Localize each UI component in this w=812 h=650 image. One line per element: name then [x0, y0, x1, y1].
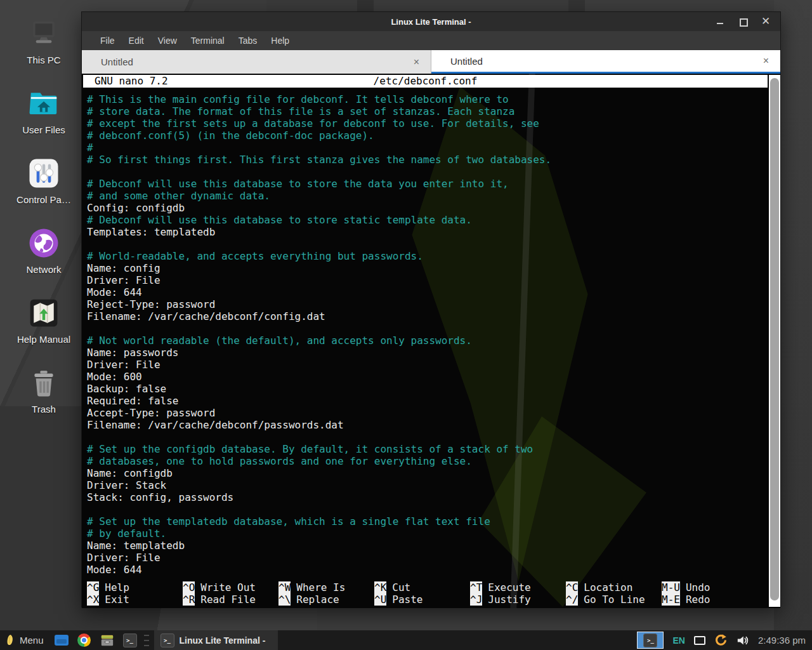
nano-line: Filename: /var/cache/debconf/config.dat — [87, 310, 764, 322]
desktop-icon-label: Trash — [32, 404, 56, 415]
nano-line: # by default. — [87, 527, 764, 540]
taskbar-separator[interactable] — [144, 635, 149, 646]
nano-shortcut: ^TExecute — [470, 581, 566, 594]
nano-shortcut: ^CLocation — [566, 581, 662, 594]
terminal-icon: >_ — [643, 633, 657, 647]
update-notifier-icon[interactable] — [714, 633, 728, 647]
nano-line — [87, 322, 764, 335]
tab-untitled-1[interactable]: Untitled × — [82, 50, 431, 74]
nano-line: Driver: File — [87, 359, 764, 371]
desktop-icon-this-pc[interactable]: This PC — [5, 15, 82, 85]
menu-terminal[interactable]: Terminal — [184, 33, 232, 48]
tab-untitled-2[interactable]: Untitled × — [431, 50, 780, 74]
nano-shortcut: ^\Replace — [278, 594, 374, 606]
nano-shortcut: M-ERedo — [662, 594, 757, 606]
language-indicator[interactable]: EN — [672, 635, 684, 646]
nano-line: Name: passwords — [87, 347, 764, 359]
nano-shortcut-bar: ^GHelp ^OWrite Out ^WWhere Is ^KCut ^TEx… — [87, 581, 764, 606]
nano-line: Mode: 644 — [87, 286, 764, 298]
menu-bar: File Edit View Terminal Tabs Help — [82, 31, 780, 50]
window-controls: ✕ — [716, 17, 780, 26]
taskbar: Menu >_ >_ Linux Lite Terminal - >_ EN — [0, 630, 812, 650]
display-icon[interactable] — [694, 636, 705, 645]
close-icon[interactable]: ✕ — [761, 17, 770, 26]
nano-shortcut: ^JJustify — [470, 594, 566, 606]
desktop-icon-label: Help Manual — [17, 334, 70, 345]
archive-icon — [100, 633, 114, 647]
nano-shortcut: ^WWhere Is — [278, 581, 374, 594]
nano-line: # Debconf will use this database to stor… — [87, 178, 764, 190]
nano-line: Name: config — [87, 262, 764, 274]
menu-edit[interactable]: Edit — [122, 33, 151, 48]
file-manager-icon — [55, 635, 69, 646]
nano-titlebar: GNU nano 7.2 /etc/debconf.conf — [83, 75, 768, 88]
archive-launcher[interactable] — [99, 632, 115, 649]
nano-line: Driver: Stack — [87, 479, 764, 491]
trash-icon — [26, 364, 62, 401]
help-manual-icon — [26, 295, 62, 331]
nano-line: Stack: config, passwords — [87, 491, 764, 503]
menu-tabs[interactable]: Tabs — [232, 33, 265, 48]
tab-close-icon[interactable]: × — [414, 56, 419, 68]
desktop-icon-label: User Files — [22, 124, 65, 135]
chrome-launcher[interactable] — [76, 632, 93, 649]
desktop-icon-trash[interactable]: Trash — [5, 364, 82, 434]
terminal-launcher[interactable]: >_ — [122, 632, 138, 649]
terminal-window: Linux Lite Terminal - ✕ File Edit View T… — [81, 11, 781, 607]
terminal-content[interactable]: GNU nano 7.2 /etc/debconf.conf # This is… — [82, 74, 780, 608]
nano-line — [87, 166, 764, 178]
scrollbar-track[interactable] — [769, 75, 780, 607]
maximize-icon[interactable] — [738, 17, 747, 26]
nano-shortcut: ^XExit — [87, 594, 183, 606]
menu-button[interactable]: Menu — [0, 630, 50, 650]
nano-line: # debconf.conf(5) (in the debconf-doc pa… — [87, 129, 764, 142]
menu-help[interactable]: Help — [264, 33, 296, 48]
menu-file[interactable]: File — [93, 33, 122, 48]
file-manager-launcher[interactable] — [53, 632, 70, 649]
nano-line — [87, 238, 764, 250]
scrollbar-thumb[interactable] — [770, 78, 779, 600]
clock[interactable]: 2:49:36 pm — [758, 635, 806, 646]
taskbar-window-label: Linux Lite Terminal - — [180, 635, 266, 646]
nano-line: # So first things first. This first stan… — [87, 154, 764, 166]
volume-icon[interactable] — [737, 635, 749, 646]
nano-line: # except the first sets up a database fo… — [87, 117, 764, 129]
nano-line: # Set up the templatedb database, which … — [87, 515, 764, 527]
nano-shortcut: ^OWrite Out — [183, 581, 278, 594]
nano-line: # Set up the configdb database. By defau… — [87, 443, 764, 455]
nano-shortcut: ^RRead File — [183, 594, 278, 606]
tray-terminal-icon[interactable]: >_ — [637, 632, 664, 649]
nano-shortcut: M-UUndo — [662, 581, 757, 594]
nano-line: Filename: /var/cache/debconf/passwords.d… — [87, 419, 764, 431]
chrome-icon — [77, 633, 91, 647]
nano-editor-lines: # This is the main config file for debco… — [87, 93, 764, 576]
tab-label: Untitled — [450, 56, 483, 67]
desktop-icon-user-files[interactable]: User Files — [5, 85, 82, 155]
nano-line: # Debconf will use this database to stor… — [87, 214, 764, 226]
nano-line: Required: false — [87, 395, 764, 407]
nano-line: # World-readable, and accepts everything… — [87, 250, 764, 262]
nano-line: # databases, one to hold passwords and o… — [87, 455, 764, 467]
system-tray: >_ EN 2:49:36 pm — [637, 632, 812, 649]
tab-label: Untitled — [101, 56, 133, 67]
desktop-icon-network[interactable]: Network — [5, 225, 82, 295]
control-panel-icon — [26, 155, 62, 192]
desktop: This PC User Files — [0, 0, 812, 650]
tab-close-icon[interactable]: × — [763, 55, 769, 67]
desktop-icon-label: Network — [26, 264, 61, 275]
nano-line: # and some other dynamic data. — [87, 190, 764, 202]
menu-view[interactable]: View — [151, 33, 184, 48]
nano-shortcut: ^/Go To Line — [566, 594, 662, 606]
nano-line: Name: templatedb — [87, 540, 764, 552]
window-titlebar[interactable]: Linux Lite Terminal - ✕ — [82, 12, 780, 31]
nano-shortcut: ^GHelp — [87, 581, 183, 594]
nano-line: # store data. The format of this file is… — [87, 105, 764, 117]
desktop-icon-help-manual[interactable]: Help Manual — [5, 295, 82, 364]
taskbar-window-button[interactable]: >_ Linux Lite Terminal - — [154, 630, 278, 650]
nano-line: Backup: false — [87, 383, 764, 395]
linux-lite-logo-icon — [5, 634, 15, 647]
desktop-icon-control-panel[interactable]: Control Pa… — [5, 155, 82, 225]
nano-shortcut: ^KCut — [374, 581, 470, 594]
minimize-icon[interactable] — [716, 17, 724, 26]
desktop-icon-label: Control Pa… — [16, 194, 71, 205]
